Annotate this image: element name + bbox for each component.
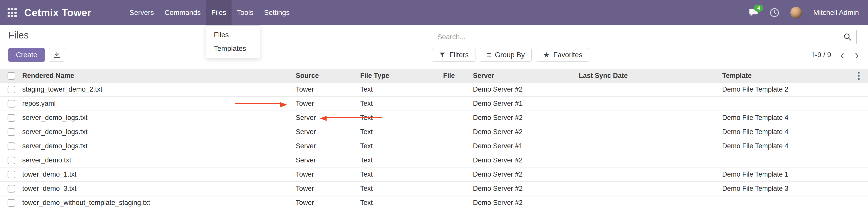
- messages-icon[interactable]: 4: [748, 8, 758, 17]
- cell-file: [442, 182, 472, 196]
- row-checkbox[interactable]: [8, 171, 15, 178]
- cell-template: [721, 97, 854, 111]
- cell-last-sync-date: [578, 168, 721, 182]
- pager-previous-icon[interactable]: ‹: [839, 49, 846, 61]
- select-all-cell: [0, 69, 22, 83]
- action-buttons: Create: [8, 48, 65, 62]
- favorites-button[interactable]: ★ Favorites: [536, 48, 589, 62]
- search-options: Filters ≡ Group By ★ Favorites: [432, 48, 589, 62]
- row-checkbox[interactable]: [8, 114, 15, 122]
- top-navbar: Cetmix Tower Servers Commands Files Tool…: [0, 0, 868, 25]
- user-menu[interactable]: Mitchell Admin: [813, 9, 859, 17]
- row-checkbox[interactable]: [8, 100, 15, 108]
- column-server[interactable]: Server: [472, 69, 578, 83]
- pager: 1-9 / 9 ‹ ›: [811, 48, 860, 62]
- files-list-table: Rendered Name Source File Type File Serv…: [0, 69, 868, 210]
- menu-item-label: Commands: [164, 9, 201, 17]
- pager-range: 1-9 / 9: [811, 51, 831, 59]
- cell-template: Demo File Template 4: [721, 125, 854, 139]
- table-row[interactable]: tower_demo_3.txt Tower Text Demo Server …: [0, 182, 868, 196]
- export-download-button[interactable]: [49, 48, 65, 62]
- table-row[interactable]: repos.yaml Tower Text Demo Server #1: [0, 97, 868, 111]
- cell-template: Demo File Template 3: [721, 182, 854, 196]
- create-button[interactable]: Create: [8, 48, 45, 62]
- app-brand[interactable]: Cetmix Tower: [24, 7, 91, 19]
- cell-server: Demo Server #2: [472, 182, 578, 196]
- cell-source: Server: [295, 125, 360, 139]
- cell-rendered-name: server_demo_logs.txt: [22, 111, 295, 125]
- table-row[interactable]: tower_demo_without_template_staging.txt …: [0, 196, 868, 210]
- cell-file: [442, 97, 472, 111]
- column-template[interactable]: Template: [721, 69, 854, 83]
- cell-template: [721, 196, 854, 210]
- cell-rendered-name: server_demo_logs.txt: [22, 139, 295, 153]
- column-options-icon[interactable]: ⋮: [854, 70, 863, 81]
- column-rendered-name[interactable]: Rendered Name: [22, 69, 295, 83]
- cell-server: Demo Server #2: [472, 111, 578, 125]
- menu-item[interactable]: Commands: [159, 0, 206, 25]
- search-icon[interactable]: [843, 33, 852, 41]
- menu-item[interactable]: Tools: [231, 0, 258, 25]
- annotation-arrow-right: [235, 103, 280, 104]
- select-all-checkbox[interactable]: [8, 72, 15, 80]
- menu-item-label: Settings: [264, 9, 289, 17]
- search-bar: [432, 30, 857, 44]
- filter-icon: [439, 51, 446, 58]
- table-row[interactable]: staging_tower_demo_2.txt Tower Text Demo…: [0, 83, 868, 97]
- cell-template: Demo File Template 2: [721, 83, 854, 97]
- row-checkbox[interactable]: [8, 157, 15, 164]
- cell-rendered-name: tower_demo_1.txt: [22, 168, 295, 182]
- row-checkbox[interactable]: [8, 185, 15, 192]
- cell-server: Demo Server #2: [472, 125, 578, 139]
- column-options-cell: ⋮: [854, 69, 868, 83]
- cell-file-type: Text: [360, 196, 442, 210]
- cell-file: [442, 153, 472, 168]
- cell-last-sync-date: [578, 153, 721, 168]
- cell-source: Server: [295, 139, 360, 153]
- cell-file-type: Text: [360, 139, 442, 153]
- menu-item[interactable]: Files: [206, 0, 231, 25]
- apps-menu-icon[interactable]: [8, 8, 17, 17]
- activity-clock-icon[interactable]: [770, 8, 779, 18]
- cell-server: Demo Server #2: [472, 196, 578, 210]
- cell-file: [442, 196, 472, 210]
- row-checkbox[interactable]: [8, 199, 15, 207]
- table-row[interactable]: server_demo.txt Server Text Demo Server …: [0, 153, 868, 168]
- search-input[interactable]: [432, 33, 843, 41]
- cell-server: Demo Server #1: [472, 97, 578, 111]
- table-row[interactable]: server_demo_logs.txt Server Text Demo Se…: [0, 139, 868, 153]
- cell-file-type: Text: [360, 182, 442, 196]
- cell-template: Demo File Template 1: [721, 168, 854, 182]
- table-row[interactable]: tower_demo_1.txt Tower Text Demo Server …: [0, 168, 868, 182]
- table-row[interactable]: server_demo_logs.txt Server Text Demo Se…: [0, 111, 868, 125]
- cell-template: Demo File Template 4: [721, 139, 854, 153]
- group-by-label: Group By: [495, 51, 525, 59]
- menu-item-label: Files: [211, 9, 226, 17]
- column-file-type[interactable]: File Type: [360, 69, 442, 83]
- messages-count-badge: 4: [754, 5, 763, 12]
- table-row[interactable]: server_demo_logs.txt Server Text Demo Se…: [0, 125, 868, 139]
- filters-button[interactable]: Filters: [432, 48, 475, 62]
- row-checkbox[interactable]: [8, 143, 15, 150]
- row-checkbox[interactable]: [8, 128, 15, 136]
- row-checkbox[interactable]: [8, 86, 15, 93]
- avatar[interactable]: [790, 7, 802, 19]
- cell-file-type: Text: [360, 168, 442, 182]
- pager-next-icon[interactable]: ›: [853, 49, 860, 61]
- cell-file-type: Text: [360, 125, 442, 139]
- menu-item[interactable]: Settings: [258, 0, 295, 25]
- group-by-button[interactable]: ≡ Group By: [480, 48, 532, 62]
- group-by-icon: ≡: [487, 51, 491, 59]
- menu-item[interactable]: Servers: [124, 0, 159, 25]
- column-source[interactable]: Source: [295, 69, 360, 83]
- dropdown-item[interactable]: Templates: [206, 42, 260, 55]
- cell-rendered-name: tower_demo_without_template_staging.txt: [22, 196, 295, 210]
- dropdown-item[interactable]: Files: [206, 28, 260, 42]
- menu-item-label: Tools: [237, 9, 253, 17]
- column-last-sync-date[interactable]: Last Sync Date: [578, 69, 721, 83]
- cell-file: [442, 168, 472, 182]
- cell-file: [442, 83, 472, 97]
- cell-file-type: Text: [360, 153, 442, 168]
- column-file[interactable]: File: [442, 69, 472, 83]
- download-icon: [53, 51, 61, 59]
